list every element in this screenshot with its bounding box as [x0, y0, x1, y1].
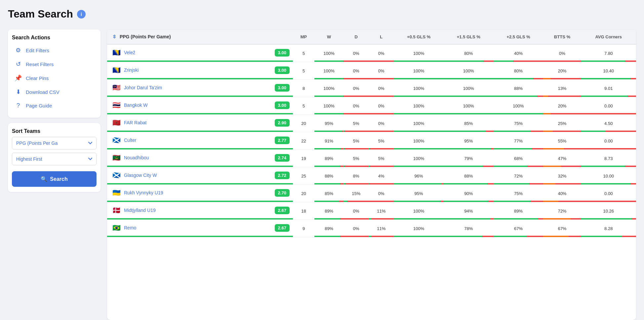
team-name-8[interactable]: Rukh Vynnyky U19 [124, 190, 163, 195]
team-name-4[interactable]: FAR Rabat [124, 120, 146, 125]
avg-corners-cell-0: 7.80 [581, 44, 636, 62]
sliders-icon: ⚙ [15, 47, 22, 54]
team-name-0[interactable]: Velež [124, 50, 135, 55]
l-cell-5: 5% [369, 132, 394, 150]
info-icon[interactable]: i [77, 10, 86, 19]
action-reset-filters[interactable]: ↺ Reset Filters [12, 57, 97, 71]
gls25-cell-4: 75% [494, 115, 543, 132]
col-team[interactable]: ⇳ PPG (Points Per Game) [107, 29, 293, 44]
mp-cell-10: 9 [293, 220, 314, 237]
l-cell-7: 4% [369, 167, 394, 185]
team-cell-10: 🇧🇷 Remo 2.67 [107, 220, 293, 237]
team-cell-8: 🇺🇦 Rukh Vynnyky U19 2.70 [107, 185, 293, 202]
btts-cell-2: 13% [543, 80, 581, 97]
team-name-7[interactable]: Glasgow City W [124, 173, 157, 178]
gls15-cell-1: 100% [444, 62, 494, 80]
gls05-cell-2: 100% [394, 80, 444, 97]
team-name-5[interactable]: Culter [124, 138, 136, 143]
team-name-10[interactable]: Remo [124, 225, 136, 230]
action-page-guide[interactable]: ? Page Guide [12, 99, 97, 112]
sort-by-select[interactable]: PPG (Points Per Ga [12, 137, 97, 149]
ppg-badge-9: 2.67 [275, 207, 290, 214]
table-body: 🇧🇦 Velež 3.00 5 100% 0% 0% [107, 44, 636, 237]
action-edit-filters[interactable]: ⚙ Edit Filters [12, 43, 97, 57]
gls15-cell-3: 100% [444, 97, 494, 115]
pin-icon: 📌 [15, 74, 22, 82]
gls05-cell-4: 100% [394, 115, 444, 132]
d-cell-10: 0% [343, 220, 369, 237]
team-cell-3: 🇹🇭 Bangkok W 3.00 [107, 97, 293, 115]
action-download-csv[interactable]: ⬇ Download CSV [12, 85, 97, 99]
team-cell-9: 🇩🇰 Midtjylland U19 2.67 [107, 202, 293, 220]
w-cell-4: 95% [314, 115, 343, 132]
gls05-cell-7: 96% [394, 167, 444, 185]
l-cell-6: 5% [369, 150, 394, 167]
gls05-cell-0: 100% [394, 44, 444, 62]
reset-icon: ↺ [15, 60, 22, 68]
table-area: ⇳ PPG (Points Per Game) MP W D L +0.5 GL… [107, 29, 636, 320]
btts-cell-10: 67% [543, 220, 581, 237]
d-cell-0: 0% [343, 44, 369, 62]
w-cell-1: 100% [314, 62, 343, 80]
search-icon: 🔍 [41, 176, 47, 182]
team-cell-7: 🏴󠁧󠁢󠁳󠁣󠁴󠁿 Glasgow City W 2.72 [107, 167, 293, 185]
mp-cell-7: 25 [293, 167, 314, 185]
gls25-cell-0: 40% [494, 44, 543, 62]
reset-filters-label: Reset Filters [26, 61, 54, 67]
l-cell-8: 0% [369, 185, 394, 202]
action-clear-pins[interactable]: 📌 Clear Pins [12, 71, 97, 85]
d-cell-6: 5% [343, 150, 369, 167]
team-name-6[interactable]: Nouadhibou [124, 155, 149, 160]
search-button[interactable]: 🔍 Search [12, 171, 97, 187]
team-flag-1: 🇧🇦 [112, 66, 121, 74]
l-cell-2: 0% [369, 80, 394, 97]
gls05-cell-1: 100% [394, 62, 444, 80]
avg-corners-cell-6: 8.73 [581, 150, 636, 167]
table-row: 🇺🇦 Rukh Vynnyky U19 2.70 20 85% 15% 0% [107, 185, 636, 202]
avg-corners-cell-2: 9.01 [581, 80, 636, 97]
avg-corners-cell-7: 10.00 [581, 167, 636, 185]
w-cell-3: 100% [314, 97, 343, 115]
ppg-badge-10: 2.67 [275, 224, 290, 232]
gls05-cell-5: 100% [394, 132, 444, 150]
team-name-3[interactable]: Bangkok W [124, 102, 148, 108]
team-name-2[interactable]: Johor Darul Ta'zim [124, 85, 162, 90]
col-d: D [343, 29, 369, 44]
team-flag-4: 🇲🇦 [112, 119, 121, 127]
avg-corners-cell-1: 10.40 [581, 62, 636, 80]
team-cell-0: 🇧🇦 Velež 3.00 [107, 44, 293, 62]
team-cell-4: 🇲🇦 FAR Rabat 2.90 [107, 115, 293, 132]
gls25-cell-3: 100% [494, 97, 543, 115]
gls05-cell-6: 100% [394, 150, 444, 167]
table-row: 🇲🇷 Nouadhibou 2.74 19 89% 5% 5% [107, 150, 636, 167]
edit-filters-label: Edit Filters [26, 48, 49, 53]
team-name-1[interactable]: Zrinjski [124, 67, 139, 73]
ppg-badge-7: 2.72 [275, 172, 290, 179]
sort-order-select[interactable]: Highest First [12, 153, 97, 165]
gls15-cell-2: 100% [444, 80, 494, 97]
clear-pins-label: Clear Pins [26, 75, 49, 81]
btts-cell-6: 47% [543, 150, 581, 167]
w-cell-0: 100% [314, 44, 343, 62]
l-cell-10: 11% [369, 220, 394, 237]
w-cell-9: 89% [314, 202, 343, 220]
team-flag-8: 🇺🇦 [112, 189, 121, 197]
download-icon: ⬇ [15, 88, 22, 96]
col-btts: BTTS % [543, 29, 581, 44]
d-cell-7: 8% [343, 167, 369, 185]
col-avg-corners: AVG Corners [581, 29, 636, 44]
sidebar: Search Actions ⚙ Edit Filters ↺ Reset Fi… [8, 29, 101, 320]
gls25-cell-1: 80% [494, 62, 543, 80]
l-cell-4: 0% [369, 115, 394, 132]
col-mp: MP [293, 29, 314, 44]
btts-cell-4: 25% [543, 115, 581, 132]
d-cell-1: 0% [343, 62, 369, 80]
team-flag-6: 🇲🇷 [112, 154, 121, 162]
avg-corners-cell-5: 0.00 [581, 132, 636, 150]
team-name-9[interactable]: Midtjylland U19 [124, 208, 156, 213]
gls15-cell-7: 88% [444, 167, 494, 185]
mp-cell-2: 8 [293, 80, 314, 97]
d-cell-9: 0% [343, 202, 369, 220]
team-flag-10: 🇧🇷 [112, 224, 121, 232]
search-actions-panel: Search Actions ⚙ Edit Filters ↺ Reset Fi… [8, 29, 101, 118]
